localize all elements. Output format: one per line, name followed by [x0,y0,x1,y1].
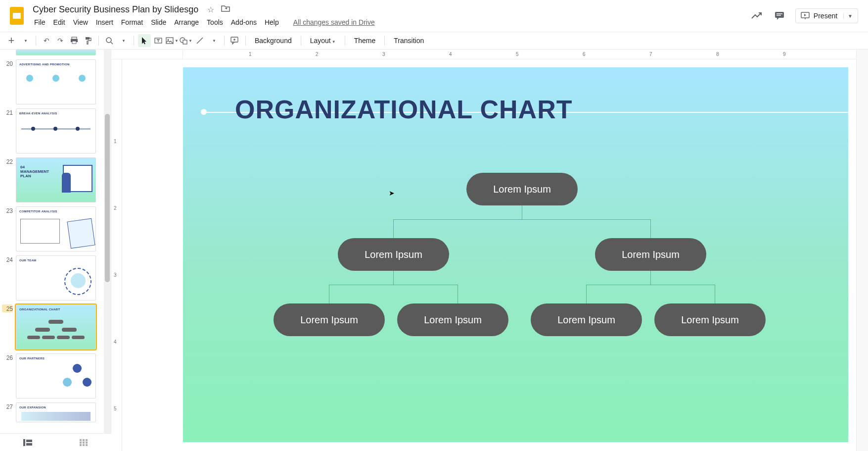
slide-thumb[interactable]: 23 COMPETITOR ANALYSIS [0,204,111,253]
menu-file[interactable]: File [31,16,49,28]
ruler-tick: 4 [449,51,452,57]
thumb-title: OUR PARTNERS [19,357,45,360]
title-bar: Cyber Security Business Plan by Slidesgo… [0,0,868,32]
svg-rect-27 [83,444,85,446]
connector[interactable] [329,285,457,285]
connector[interactable] [586,285,587,303]
ruler-vertical: 1 2 3 4 5 [111,59,122,451]
menu-edit[interactable]: Edit [50,16,69,28]
grid-view-icon[interactable] [77,436,90,449]
org-node[interactable]: Lorem Ipsum [654,303,766,336]
connector[interactable] [393,219,394,238]
slide-thumb[interactable]: 27 OUR EXPANSION [0,401,111,424]
ruler-tick: 9 [783,51,786,57]
slide-thumb[interactable]: 21 BREAK-EVEN ANALYSIS [0,106,111,155]
paint-format-button[interactable] [82,34,94,47]
ruler-tick: 4 [114,339,117,345]
undo-button[interactable]: ↶ [40,34,53,47]
connector[interactable] [650,271,651,285]
ruler-tick: 1 [249,51,252,57]
menu-slide[interactable]: Slide [147,16,170,28]
slide-number: 24 [2,255,13,263]
menu-addons[interactable]: Add-ons [228,16,260,28]
slide-canvas[interactable]: ORGANIZATIONAL CHART Lorem Ipsum Lorem I… [183,67,848,442]
svg-rect-21 [83,439,85,441]
slide-title[interactable]: ORGANIZATIONAL CHART [235,95,572,124]
filmstrip-scrollbar[interactable] [104,50,111,451]
shape-tool[interactable]: ▼ [180,34,192,47]
line-dropdown-icon[interactable]: ▼ [207,34,220,47]
slide-thumb[interactable]: 22 04 MANAGEMENT PLAN [0,155,111,204]
present-label: Present [814,12,837,20]
svg-rect-26 [80,444,82,446]
svg-rect-1 [13,13,21,19]
slide-number: 23 [2,206,13,214]
background-button[interactable]: Background [250,37,297,45]
slide-thumb[interactable]: 24 OUR TEAM [0,253,111,302]
menu-help[interactable]: Help [261,16,282,28]
transition-button[interactable]: Transition [389,37,429,45]
connector[interactable] [393,219,650,220]
vertical-scrollbar[interactable] [856,50,868,451]
slide-thumb-current[interactable]: 25 ORGANIZATIONAL CHART [0,302,111,351]
svg-rect-19 [26,443,32,446]
theme-button[interactable]: Theme [349,37,381,45]
org-node[interactable]: Lorem Ipsum [531,303,642,336]
scrollbar-thumb[interactable] [105,114,110,282]
select-tool[interactable] [138,34,151,47]
document-title[interactable]: Cyber Security Business Plan by Slidesgo [31,4,200,15]
org-node[interactable]: Lorem Ipsum [397,303,508,336]
separator [245,36,246,46]
slide-thumb[interactable]: 20 ADVERTISING AND PROMOTION [0,57,111,106]
menu-format[interactable]: Format [118,16,146,28]
slide-thumb[interactable]: 26 OUR PARTNERS [0,351,111,401]
connector[interactable] [586,285,715,285]
separator [36,36,36,46]
print-button[interactable] [68,34,81,47]
connector[interactable] [715,285,715,303]
new-slide-dropdown-icon[interactable]: ▼ [19,34,32,47]
canvas-area: 1 2 3 4 5 6 7 8 9 1 2 3 4 5 ORGANIZATION… [111,50,868,451]
save-status[interactable]: All changes saved in Drive [293,18,375,26]
svg-rect-22 [86,439,88,441]
redo-button[interactable]: ↷ [54,34,67,47]
connector[interactable] [329,285,329,303]
image-tool[interactable]: ▼ [166,34,179,47]
separator [98,36,99,46]
connector[interactable] [522,205,522,219]
slide-number: 27 [2,402,13,410]
line-tool[interactable] [193,34,206,47]
connector[interactable] [457,285,458,303]
svg-rect-9 [86,37,90,40]
filmstrip-view-icon[interactable] [21,436,34,449]
textbox-tool[interactable] [152,34,165,47]
activity-icon[interactable] [750,9,764,23]
ruler-tick: 2 [316,51,319,57]
zoom-button[interactable] [103,34,116,47]
org-node[interactable]: Lorem Ipsum [274,303,385,336]
slide-thumb[interactable] [0,50,111,57]
connector[interactable] [393,271,394,285]
menu-arrange[interactable]: Arrange [171,16,202,28]
ruler-tick: 1 [114,139,117,144]
new-slide-button[interactable]: + [5,34,18,47]
menu-tools[interactable]: Tools [203,16,227,28]
separator [345,36,345,46]
org-node-root[interactable]: Lorem Ipsum [466,173,578,205]
zoom-dropdown-icon[interactable]: ▼ [117,34,130,47]
svg-point-10 [106,38,111,43]
filmstrip-footer [0,433,111,451]
connector[interactable] [650,219,651,238]
star-icon[interactable]: ☆ [207,5,214,14]
org-node[interactable]: Lorem Ipsum [595,238,706,271]
present-dropdown-icon[interactable]: ▼ [843,13,853,19]
slides-logo-icon[interactable] [7,6,27,26]
menu-view[interactable]: View [70,16,91,28]
layout-button[interactable]: Layout▼ [305,37,341,45]
present-button[interactable]: Present ▼ [795,8,858,23]
org-node[interactable]: Lorem Ipsum [338,238,449,271]
menu-insert[interactable]: Insert [92,16,117,28]
comments-icon[interactable] [773,9,786,23]
add-comment-button[interactable] [228,34,241,47]
move-to-folder-icon[interactable] [221,4,230,14]
